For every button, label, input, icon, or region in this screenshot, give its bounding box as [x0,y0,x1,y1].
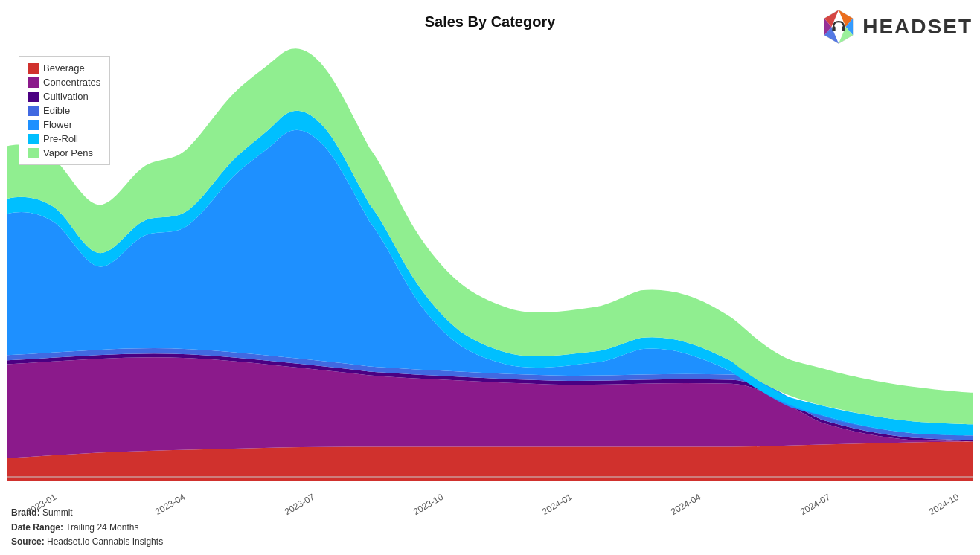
date-range-label: Date Range: [11,522,63,533]
legend-item-flower: Flower [28,119,100,130]
legend-item-concentrates: Concentrates [28,77,100,88]
flower-label: Flower [43,119,72,130]
footer-date-range: Date Range: Trailing 24 Months [11,521,163,535]
beverage-swatch [28,63,39,74]
page-container: HEADSET Sales By Category [0,0,980,555]
brand-value: Summit [42,507,73,518]
logo-text: HEADSET [862,15,973,39]
footer-source: Source: Headset.io Cannabis Insights [11,535,163,549]
footer-brand: Brand: Summit [11,506,163,520]
chart-area [7,48,973,481]
brand-label: Brand: [11,507,40,518]
xaxis-label-4: 2024-01 [540,492,574,517]
source-value: Headset.io Cannabis Insights [47,536,163,547]
chart-svg [7,48,973,481]
legend-item-cultivation: Cultivation [28,91,100,102]
footer-info: Brand: Summit Date Range: Trailing 24 Mo… [11,506,163,549]
legend: Beverage Concentrates Cultivation Edible… [19,56,110,165]
logo-area: HEADSET [819,7,973,46]
xaxis-label-6: 2024-07 [798,492,832,517]
date-range-value: Trailing 24 Months [65,522,138,533]
legend-item-edible: Edible [28,105,100,116]
concentrates-swatch [28,77,39,88]
source-label: Source: [11,536,45,547]
xaxis-label-2: 2023-07 [282,492,316,517]
xaxis-label-5: 2024-04 [669,492,702,517]
concentrates-label: Concentrates [43,77,100,88]
legend-item-preroll: Pre-Roll [28,133,100,144]
vapor-pens-swatch [28,148,39,158]
edible-swatch [28,106,39,116]
beverage-label: Beverage [43,62,85,74]
cultivation-swatch [28,92,39,102]
cultivation-label: Cultivation [43,91,89,102]
vapor-pens-label: Vapor Pens [43,147,93,158]
legend-item-vapor-pens: Vapor Pens [28,147,100,158]
preroll-label: Pre-Roll [43,133,78,144]
edible-label: Edible [43,105,70,116]
chart-title: Sales By Category [425,13,556,31]
preroll-swatch [28,134,39,144]
flower-swatch [28,120,39,130]
xaxis-label-7: 2024-10 [927,492,961,517]
xaxis-label-3: 2023-10 [411,492,445,517]
headset-logo-icon [819,7,858,46]
svg-rect-3 [842,26,845,31]
legend-item-beverage: Beverage [28,62,100,74]
svg-rect-2 [833,26,836,31]
